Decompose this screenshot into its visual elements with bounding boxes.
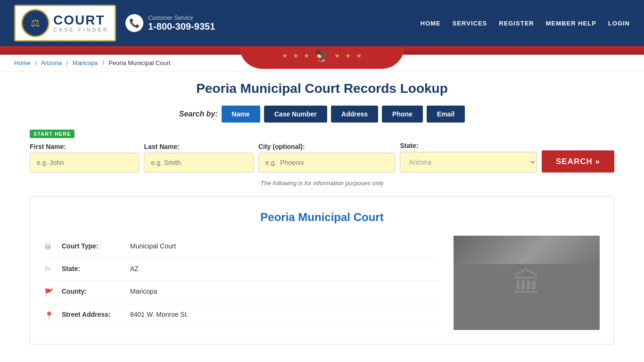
customer-service-phone[interactable]: 1-800-309-9351 [148,21,215,32]
tab-email[interactable]: Email [427,106,465,123]
court-details: 🏛 Court Type: Municipal Court 🏳 State: A… [44,236,439,330]
county-value: Maricopa [130,288,157,295]
last-name-group: Last Name: [144,143,253,173]
logo-icon: ⚖ [31,17,40,29]
city-label: City (optional): [258,143,396,150]
ribbon-bar: ★ ★ ★ 🦅 ★ ★ ★ [0,46,644,55]
court-card: Peoria Municipal Court 🏛 Court Type: Mun… [30,196,614,345]
nav-home[interactable]: HOME [421,20,441,27]
star-1: ★ [282,52,288,59]
state-select[interactable]: AlabamaAlaskaArizonaArkansasCaliforniaCo… [400,152,537,173]
search-by-row: Search by: Name Case Number Address Phon… [30,106,614,123]
first-name-group: First Name: [30,143,139,173]
customer-service-label: Customer Service [148,15,215,21]
tab-case-number[interactable]: Case Number [264,106,327,123]
star-2: ★ [293,52,299,59]
star-4: ★ [334,52,340,59]
court-detail-state: 🏳 State: AZ [44,258,439,281]
first-name-input[interactable] [30,153,139,173]
search-form-row: First Name: Last Name: City (optional): … [30,142,614,173]
court-card-title: Peoria Municipal Court [44,211,600,224]
ribbon-arch: ★ ★ ★ 🦅 ★ ★ ★ [239,46,405,69]
eagle-icon: 🦅 [314,49,330,63]
page-title: Peoria Municipal Court Records Lookup [30,81,614,96]
address-label: Street Address: [62,311,123,318]
phone-icon: 📞 [125,14,143,32]
main-content: Peoria Municipal Court Records Lookup Se… [16,72,628,354]
city-input[interactable] [258,153,396,173]
court-type-value: Municipal Court [130,242,176,250]
logo-text: COURT CASE FINDER [53,14,109,33]
court-detail-county: 🚩 County: Maricopa [44,281,439,304]
tab-name[interactable]: Name [222,106,260,123]
state-detail-label: State: [62,265,123,272]
nav-services[interactable]: SERVICES [453,20,487,27]
nav-register[interactable]: REGISTER [499,20,534,27]
search-button[interactable]: SEARCH » [542,150,614,173]
customer-service: 📞 Customer Service 1-800-309-9351 [125,14,215,32]
logo-sub-text: CASE FINDER [53,27,109,33]
last-name-label: Last Name: [144,143,253,150]
start-here-badge: START HERE [30,130,74,138]
first-name-label: First Name: [30,143,139,150]
court-type-label: Court Type: [62,242,123,250]
state-label: State: [400,142,537,149]
court-detail-address: 📍 Street Address: 8401 W. Monroe St. [44,304,439,327]
county-label: County: [62,288,123,295]
search-by-label: Search by: [179,110,218,118]
header-left: ⚖ COURT CASE FINDER 📞 Customer Service 1… [14,5,215,41]
court-detail-court-type: 🏛 Court Type: Municipal Court [44,236,439,258]
address-icon: 📍 [44,311,55,320]
header: ⚖ COURT CASE FINDER 📞 Customer Service 1… [0,0,644,46]
court-image [454,236,600,330]
county-icon: 🚩 [44,288,55,297]
city-group: City (optional): [258,143,396,173]
logo-badge: ⚖ [21,9,50,37]
main-nav: HOME SERVICES REGISTER MEMBER HELP LOGIN [421,20,630,27]
court-card-body: 🏛 Court Type: Municipal Court 🏳 State: A… [44,236,600,330]
tab-address[interactable]: Address [331,106,378,123]
address-value: 8401 W. Monroe St. [130,311,189,318]
customer-service-text: Customer Service 1-800-309-9351 [148,15,215,32]
nav-member-help[interactable]: MEMBER HELP [546,20,596,27]
state-detail-value: AZ [130,265,139,272]
star-3: ★ [304,52,310,59]
last-name-input[interactable] [144,153,253,173]
tab-phone[interactable]: Phone [382,106,423,123]
court-image-area [454,236,600,330]
star-5: ★ [345,52,351,59]
info-note: The following is for information purpose… [30,180,614,187]
court-type-icon: 🏛 [44,243,55,251]
logo-court-text: COURT [53,14,109,27]
logo[interactable]: ⚖ COURT CASE FINDER [14,5,116,41]
search-form-area: START HERE First Name: Last Name: City (… [30,130,614,187]
state-group: State: AlabamaAlaskaArizonaArkansasCalif… [400,142,537,173]
star-6: ★ [356,52,362,59]
state-icon: 🏳 [44,265,55,274]
nav-login[interactable]: LOGIN [608,20,630,27]
